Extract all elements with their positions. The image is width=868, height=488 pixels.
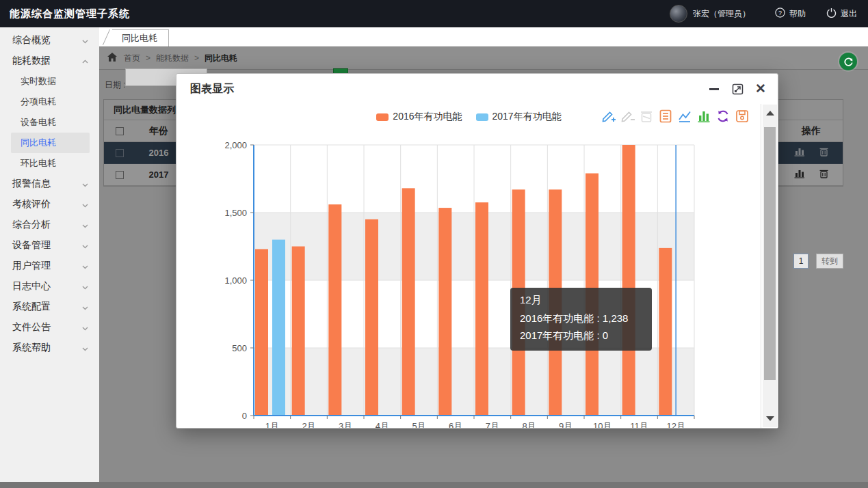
chevron-down-icon xyxy=(82,264,88,270)
svg-text:12月: 12月 xyxy=(666,421,685,428)
legend-item[interactable]: 2017年有功电能 xyxy=(476,111,562,123)
svg-text:11月: 11月 xyxy=(630,421,648,428)
sidebar-item-label: 能耗数据 xyxy=(12,55,51,67)
sidebar-item-设备电耗[interactable]: 设备电耗 xyxy=(0,112,99,133)
scroll-down-arrow-icon[interactable] xyxy=(766,416,774,421)
data-view-icon[interactable] xyxy=(657,108,673,124)
chevron-down-icon xyxy=(82,284,88,290)
sidebar-item-同比电耗[interactable]: 同比电耗 xyxy=(11,133,90,153)
bar-2016年有功电能-11月[interactable] xyxy=(622,145,635,416)
sidebar-item-分项电耗[interactable]: 分项电耗 xyxy=(0,92,99,112)
sidebar-item-系统帮助[interactable]: 系统帮助 xyxy=(0,338,99,358)
refresh-button[interactable] xyxy=(839,53,857,70)
logout-button[interactable]: 退出 xyxy=(826,8,857,20)
bar-chart-icon[interactable] xyxy=(696,108,711,124)
edit-add-icon[interactable] xyxy=(600,108,616,124)
page-number-box[interactable]: 1 xyxy=(793,254,808,269)
bar-2016年有功电能-6月[interactable] xyxy=(438,208,451,416)
refresh-icon[interactable] xyxy=(715,108,731,124)
sidebar-item-考核评价[interactable]: 考核评价 xyxy=(0,194,99,215)
sidebar-item-日志中心[interactable]: 日志中心 xyxy=(0,276,99,297)
sidebar-item-综合概览[interactable]: 综合概览 xyxy=(0,30,99,51)
scroll-up-arrow-icon[interactable] xyxy=(766,111,774,116)
sidebar-item-环比电耗[interactable]: 环比电耗 xyxy=(0,153,99,174)
sidebar-item-label: 系统配置 xyxy=(12,301,51,313)
bar-2016年有功电能-2月[interactable] xyxy=(292,247,305,416)
sidebar-item-系统配置[interactable]: 系统配置 xyxy=(0,297,99,317)
sidebar-item-label: 日志中心 xyxy=(12,280,51,293)
bar-2016年有功电能-7月[interactable] xyxy=(475,202,488,416)
sidebar-item-label: 设备电耗 xyxy=(21,116,56,128)
tooltip-line: 2016年有功电能 : 1,238 xyxy=(520,310,642,327)
sidebar-item-label: 用户管理 xyxy=(12,260,51,272)
tabbar: 同比电耗 xyxy=(99,27,868,46)
chart-toolbar xyxy=(600,108,750,124)
sidebar-item-文件公告[interactable]: 文件公告 xyxy=(0,317,99,338)
sidebar-item-label: 环比电耗 xyxy=(21,157,56,170)
dialog-scrollbar[interactable] xyxy=(761,104,778,428)
svg-text:1,500: 1,500 xyxy=(224,208,247,218)
sidebar-item-综合分析[interactable]: 综合分析 xyxy=(0,215,99,235)
svg-text:6月: 6月 xyxy=(449,421,462,428)
scrollbar-track[interactable] xyxy=(763,105,777,427)
topbar: 能源综合监测管理子系统 张宏（管理员） ? 帮助 退出 xyxy=(0,0,868,27)
bar-2016年有功电能-3月[interactable] xyxy=(328,204,341,416)
tab-tongbi-diaohao[interactable]: 同比电耗 xyxy=(112,29,169,46)
sidebar-item-label: 设备管理 xyxy=(12,239,51,252)
svg-text:10月: 10月 xyxy=(593,421,611,428)
svg-text:2,000: 2,000 xyxy=(224,140,247,150)
sidebar-item-label: 综合分析 xyxy=(12,219,51,231)
chart-canvas[interactable]: 05001,0001,5002,0001月2月3月4月5月6月7月8月9月10月… xyxy=(176,127,761,428)
dialog-content: 2016年有功电能2017年有功电能 xyxy=(176,104,778,428)
chevron-down-icon xyxy=(82,305,88,311)
sidebar-item-用户管理[interactable]: 用户管理 xyxy=(0,256,99,276)
edit-remove-icon[interactable] xyxy=(619,108,635,124)
tab-label: 同比电耗 xyxy=(122,32,157,44)
page-bottom-strip xyxy=(0,482,868,488)
svg-text:2月: 2月 xyxy=(302,421,315,428)
sidebar-item-能耗数据[interactable]: 能耗数据 xyxy=(0,51,99,71)
line-chart-icon[interactable] xyxy=(676,108,692,124)
clear-icon[interactable] xyxy=(638,108,654,124)
chevron-up-icon xyxy=(82,59,88,65)
bar-2016年有功电能-1月[interactable] xyxy=(255,249,268,416)
help-label: 帮助 xyxy=(789,8,806,20)
app-title: 能源综合监测管理子系统 xyxy=(0,8,130,21)
legend-swatch xyxy=(476,113,488,121)
bar-2017年有功电能-1月[interactable] xyxy=(272,240,285,416)
svg-text:500: 500 xyxy=(232,343,247,353)
sidebar-item-报警信息[interactable]: 报警信息 xyxy=(0,174,99,194)
minimize-icon[interactable] xyxy=(708,83,720,95)
sidebar-item-实时数据[interactable]: 实时数据 xyxy=(0,71,99,92)
sidebar-item-label: 文件公告 xyxy=(12,321,51,334)
avatar[interactable] xyxy=(670,5,687,23)
svg-text:1月: 1月 xyxy=(265,421,279,428)
sidebar: 综合概览能耗数据实时数据分项电耗设备电耗同比电耗环比电耗报警信息考核评价综合分析… xyxy=(0,27,99,482)
svg-text:0: 0 xyxy=(242,411,247,421)
chevron-down-icon xyxy=(82,182,88,188)
legend-swatch xyxy=(376,113,389,121)
scrollbar-thumb[interactable] xyxy=(764,127,776,380)
power-icon xyxy=(826,8,837,20)
tab-slant-decoration xyxy=(103,29,110,45)
svg-text:9月: 9月 xyxy=(559,421,573,428)
chart-tooltip: 12月 2016年有功电能 : 1,2382017年有功电能 : 0 xyxy=(510,288,652,351)
bar-2016年有功电能-12月[interactable] xyxy=(659,248,672,416)
maximize-icon[interactable] xyxy=(731,83,744,95)
bar-2016年有功电能-5月[interactable] xyxy=(402,188,415,416)
close-icon[interactable]: ✕ xyxy=(754,83,767,95)
user-name[interactable]: 张宏（管理员） xyxy=(693,8,750,20)
help-button[interactable]: ? 帮助 xyxy=(775,8,806,20)
bar-2016年有功电能-4月[interactable] xyxy=(365,219,378,416)
save-icon[interactable] xyxy=(734,108,750,124)
legend-item[interactable]: 2016年有功电能 xyxy=(376,111,462,123)
svg-text:3月: 3月 xyxy=(339,421,352,428)
dialog-title: 图表显示 xyxy=(190,82,234,96)
sidebar-item-设备管理[interactable]: 设备管理 xyxy=(0,235,99,256)
chart-dialog: 图表显示 ✕ 2016年有功电能2017年有功电能 xyxy=(176,73,778,429)
svg-text:1,000: 1,000 xyxy=(224,275,247,286)
sidebar-item-label: 分项电耗 xyxy=(21,96,56,108)
go-to-page-button[interactable]: 转到 xyxy=(816,254,843,269)
svg-text:8月: 8月 xyxy=(522,421,536,428)
sidebar-item-label: 报警信息 xyxy=(12,178,51,190)
